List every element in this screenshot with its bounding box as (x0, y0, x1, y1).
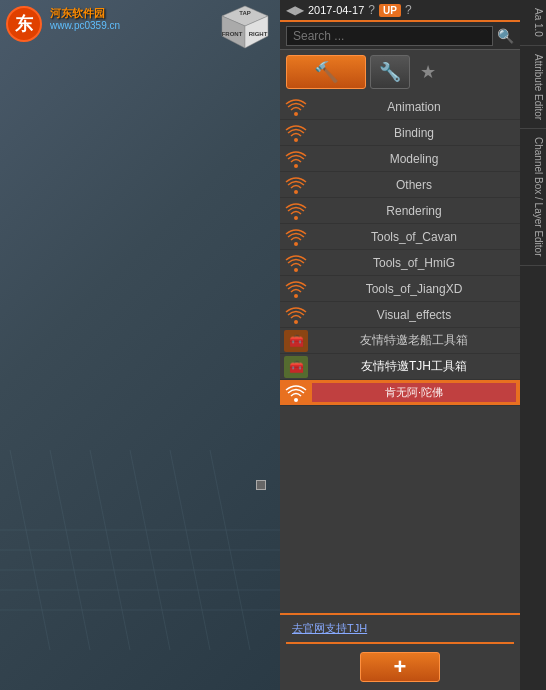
svg-point-19 (294, 164, 298, 168)
viewport-cube: TAP FRONT RIGHT (218, 4, 272, 58)
viewport: 东 河东软件园 www.pc0359.cn TAP FRONT RIGHT (0, 0, 280, 690)
hammer-button[interactable]: 🔨 (286, 55, 366, 89)
watermark: 东 河东软件园 www.pc0359.cn (6, 6, 120, 42)
shelf-item-binding[interactable]: Binding (280, 120, 520, 146)
svg-text:RIGHT: RIGHT (249, 31, 268, 37)
shelf-label-binding: Binding (312, 126, 516, 140)
toolbar-row: 🔨 🔧 ★ (280, 50, 520, 94)
shelf-item-rendering[interactable]: Rendering (280, 198, 520, 224)
wifi-icon-tools-hmig (284, 252, 308, 274)
shelf-label-active: 肯无阿·陀佛 (312, 383, 516, 402)
wifi-icon-visual-effects (284, 304, 308, 326)
shelf-item-modeling[interactable]: Modeling (280, 146, 520, 172)
shelf-label-toolbox1: 友情特邀老船工具箱 (312, 332, 516, 349)
svg-point-23 (294, 268, 298, 272)
svg-text:FRONT: FRONT (222, 31, 243, 37)
shelf-label-tools-cavan: Tools_of_Cavan (312, 230, 516, 244)
topbar-question2-icon[interactable]: ? (405, 3, 412, 17)
shelf-item-others[interactable]: Others (280, 172, 520, 198)
star-icon: ★ (420, 61, 436, 83)
wifi-icon-rendering (284, 200, 308, 222)
far-right-tab-aa[interactable]: Aa 1.0 (520, 0, 546, 46)
watermark-title: 河东软件园 (50, 6, 120, 20)
shelf-item-toolbox1[interactable]: 🧰 友情特邀老船工具箱 (280, 328, 520, 354)
shelf-item-toolbox2[interactable]: 🧰 友情特邀TJH工具箱 (280, 354, 520, 380)
wifi-icon-tools-cavan (284, 226, 308, 248)
shelf-list: Animation Binding Modeling Others (280, 94, 520, 613)
toolbox2-icon: 🧰 (284, 356, 308, 378)
shelf-label-others: Others (312, 178, 516, 192)
search-bar: 🔍 (280, 22, 520, 50)
wrench-button[interactable]: 🔧 (370, 55, 410, 89)
shelf-item-visual-effects[interactable]: Visual_effects (280, 302, 520, 328)
wifi-icon-animation (284, 96, 308, 118)
shelf-label-visual-effects: Visual_effects (312, 308, 516, 322)
svg-point-24 (294, 294, 298, 298)
bottom-section: 去官网支持TJH + (280, 613, 520, 690)
svg-point-22 (294, 242, 298, 246)
svg-point-18 (294, 138, 298, 142)
far-right-tab-channel[interactable]: Channel Box / Layer Editor (520, 129, 546, 266)
shelf-item-tools-cavan[interactable]: Tools_of_Cavan (280, 224, 520, 250)
svg-point-25 (294, 320, 298, 324)
wifi-icon-others (284, 174, 308, 196)
shelf-label-tools-hmig: Tools_of_HmiG (312, 256, 516, 270)
wrench-icon: 🔧 (379, 61, 401, 83)
svg-point-21 (294, 216, 298, 220)
shelf-label-animation: Animation (312, 100, 516, 114)
svg-point-17 (294, 112, 298, 116)
svg-text:TAP: TAP (239, 10, 251, 16)
watermark-url: www.pc0359.cn (50, 20, 120, 31)
far-right-tab-attribute[interactable]: Attribute Editor (520, 46, 546, 129)
shelf-label-toolbox2: 友情特邀TJH工具箱 (312, 358, 516, 375)
viewport-grid (0, 450, 280, 650)
shelf-label-tools-jiangxd: Tools_of_JiangXD (312, 282, 516, 296)
search-button[interactable]: 🔍 (497, 28, 514, 44)
support-link[interactable]: 去官网支持TJH (286, 619, 514, 638)
wifi-icon-binding (284, 122, 308, 144)
topbar-question-icon[interactable]: ? (368, 3, 375, 17)
right-panel: ◀▶ 2017-04-17 ? UP ? 🔍 🔨 🔧 ★ Animation (280, 0, 520, 690)
wifi-icon-modeling (284, 148, 308, 170)
topbar-arrow-icon: ◀▶ (286, 3, 304, 17)
shelf-item-tools-jiangxd[interactable]: Tools_of_JiangXD (280, 276, 520, 302)
svg-point-20 (294, 190, 298, 194)
wifi-icon-tools-jiangxd (284, 278, 308, 300)
shelf-item-active[interactable]: 肯无阿·陀佛 (280, 380, 520, 406)
far-right-sidebar: Aa 1.0 Attribute Editor Channel Box / La… (520, 0, 546, 690)
svg-point-26 (294, 398, 298, 402)
star-button[interactable]: ★ (414, 58, 442, 86)
hammer-icon: 🔨 (314, 60, 339, 84)
shelf-item-animation[interactable]: Animation (280, 94, 520, 120)
shelf-label-modeling: Modeling (312, 152, 516, 166)
watermark-logo: 东 (6, 6, 42, 42)
topbar-up-badge: UP (379, 4, 401, 17)
topbar-date: 2017-04-17 (308, 4, 364, 16)
top-bar: ◀▶ 2017-04-17 ? UP ? (280, 0, 520, 22)
toolbox1-icon: 🧰 (284, 330, 308, 352)
shelf-label-rendering: Rendering (312, 204, 516, 218)
shelf-item-tools-hmig[interactable]: Tools_of_HmiG (280, 250, 520, 276)
add-shelf-button[interactable]: + (360, 652, 440, 682)
search-input[interactable] (286, 26, 493, 46)
wifi-icon-active (284, 382, 308, 404)
